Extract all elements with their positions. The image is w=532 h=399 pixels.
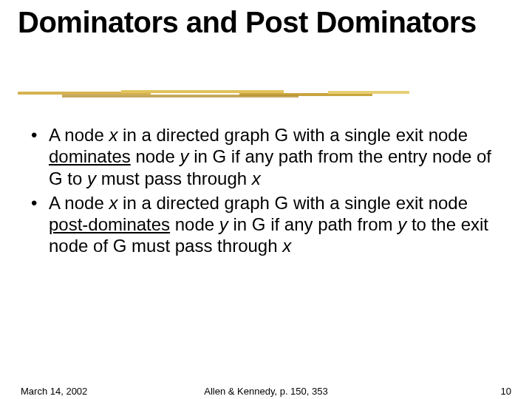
text: in a directed graph G with a single exit… [117, 125, 468, 145]
var-y: y [180, 146, 188, 166]
bullet-item: A node x in a directed graph G with a si… [31, 192, 501, 257]
var-x: x [109, 125, 117, 145]
var-x: x [109, 193, 117, 213]
var-y: y [219, 214, 228, 234]
text: must pass through [96, 168, 252, 188]
footer-page-number: 10 [501, 386, 511, 397]
text: A node [49, 193, 109, 213]
slide: Dominators and Post Dominators A node x … [0, 0, 532, 399]
title-underline-decor [18, 89, 409, 98]
footer-center: Allen & Kennedy, p. 150, 353 [0, 386, 532, 397]
var-x: x [252, 168, 261, 188]
text: node [170, 214, 219, 234]
slide-title: Dominators and Post Dominators [18, 6, 514, 39]
slide-body: A node x in a directed graph G with a si… [31, 124, 501, 260]
text: A node [49, 125, 109, 145]
var-x: x [282, 236, 291, 256]
text: in a directed graph G with a single exit… [117, 193, 468, 213]
term-dominates: dominates [49, 146, 131, 166]
text: node [131, 146, 180, 166]
term-post-dominates: post-dominates [49, 214, 170, 234]
bullet-item: A node x in a directed graph G with a si… [31, 124, 501, 189]
var-y: y [398, 214, 406, 234]
var-y: y [87, 168, 96, 188]
text: in G if any path from [228, 214, 398, 234]
